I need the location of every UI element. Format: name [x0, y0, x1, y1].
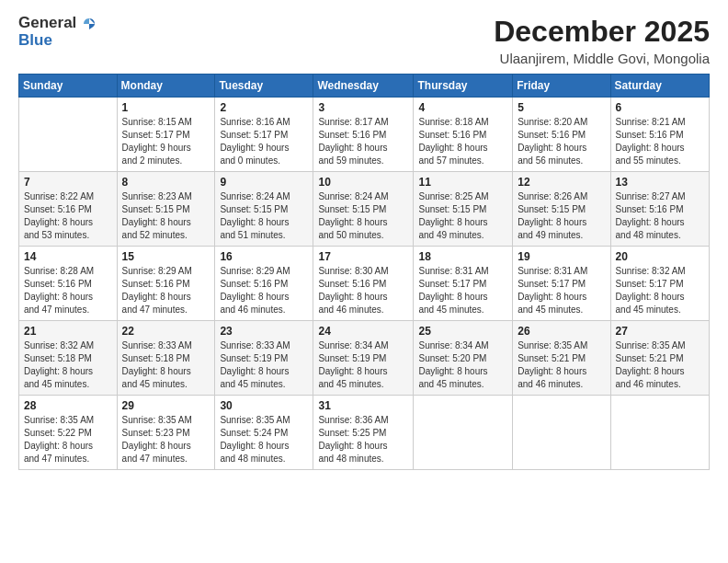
day-detail: Sunrise: 8:25 AM Sunset: 5:15 PM Dayligh…: [418, 190, 507, 242]
day-detail: Sunrise: 8:28 AM Sunset: 5:16 PM Dayligh…: [24, 265, 112, 316]
weekday-header-saturday: Saturday: [610, 75, 709, 98]
calendar-cell: 27Sunrise: 8:35 AM Sunset: 5:21 PM Dayli…: [610, 321, 709, 396]
calendar-cell: 30Sunrise: 8:35 AM Sunset: 5:24 PM Dayli…: [215, 396, 313, 470]
calendar-cell: [610, 396, 709, 470]
day-detail: Sunrise: 8:35 AM Sunset: 5:23 PM Dayligh…: [122, 414, 210, 465]
calendar-cell: 23Sunrise: 8:33 AM Sunset: 5:19 PM Dayli…: [215, 321, 313, 396]
weekday-header-tuesday: Tuesday: [215, 75, 313, 98]
day-number: 23: [220, 325, 308, 338]
calendar-cell: 18Sunrise: 8:31 AM Sunset: 5:17 PM Dayli…: [414, 247, 513, 321]
day-detail: Sunrise: 8:20 AM Sunset: 5:16 PM Dayligh…: [518, 116, 605, 167]
day-number: 20: [616, 250, 704, 263]
logo: General Blue: [18, 15, 97, 49]
weekday-header-sunday: Sunday: [19, 75, 118, 98]
calendar-cell: 31Sunrise: 8:36 AM Sunset: 5:25 PM Dayli…: [313, 396, 414, 470]
day-number: 25: [418, 325, 507, 338]
calendar-cell: 15Sunrise: 8:29 AM Sunset: 5:16 PM Dayli…: [117, 247, 215, 321]
day-number: 16: [220, 250, 308, 263]
calendar-cell: 6Sunrise: 8:21 AM Sunset: 5:16 PM Daylig…: [610, 98, 709, 172]
day-number: 12: [518, 176, 605, 189]
day-number: 29: [122, 399, 210, 412]
main-title: December 2025: [494, 15, 710, 49]
day-detail: Sunrise: 8:32 AM Sunset: 5:18 PM Dayligh…: [24, 339, 112, 391]
day-detail: Sunrise: 8:33 AM Sunset: 5:19 PM Dayligh…: [220, 339, 308, 391]
day-number: 9: [220, 176, 308, 189]
day-number: 7: [24, 176, 112, 189]
calendar-cell: 14Sunrise: 8:28 AM Sunset: 5:16 PM Dayli…: [19, 247, 118, 321]
calendar-cell: 2Sunrise: 8:16 AM Sunset: 5:17 PM Daylig…: [215, 98, 313, 172]
day-number: 18: [418, 250, 507, 263]
day-detail: Sunrise: 8:15 AM Sunset: 5:17 PM Dayligh…: [122, 116, 210, 167]
day-number: 17: [318, 250, 408, 263]
calendar-cell: 3Sunrise: 8:17 AM Sunset: 5:16 PM Daylig…: [313, 98, 414, 172]
day-number: 28: [24, 399, 112, 412]
logo-icon: [82, 17, 97, 31]
day-detail: Sunrise: 8:34 AM Sunset: 5:19 PM Dayligh…: [318, 339, 408, 391]
calendar-cell: 16Sunrise: 8:29 AM Sunset: 5:16 PM Dayli…: [215, 247, 313, 321]
calendar-week-4: 21Sunrise: 8:32 AM Sunset: 5:18 PM Dayli…: [19, 321, 710, 396]
subtitle: Ulaanjirem, Middle Govi, Mongolia: [494, 51, 710, 66]
calendar-cell: 20Sunrise: 8:32 AM Sunset: 5:17 PM Dayli…: [610, 247, 709, 321]
calendar-cell: 29Sunrise: 8:35 AM Sunset: 5:23 PM Dayli…: [117, 396, 215, 470]
day-number: 15: [122, 250, 210, 263]
weekday-header-thursday: Thursday: [414, 75, 513, 98]
day-detail: Sunrise: 8:29 AM Sunset: 5:16 PM Dayligh…: [122, 265, 210, 316]
day-detail: Sunrise: 8:36 AM Sunset: 5:25 PM Dayligh…: [318, 414, 408, 465]
calendar-cell: [414, 396, 513, 470]
calendar-body: 1Sunrise: 8:15 AM Sunset: 5:17 PM Daylig…: [19, 98, 710, 470]
day-number: 24: [318, 325, 408, 338]
day-number: 2: [220, 101, 308, 114]
day-number: 27: [616, 325, 704, 338]
day-number: 4: [418, 101, 507, 114]
day-number: 13: [616, 176, 704, 189]
calendar-cell: 4Sunrise: 8:18 AM Sunset: 5:16 PM Daylig…: [414, 98, 513, 172]
day-detail: Sunrise: 8:31 AM Sunset: 5:17 PM Dayligh…: [418, 265, 507, 316]
weekday-header-friday: Friday: [513, 75, 610, 98]
day-detail: Sunrise: 8:18 AM Sunset: 5:16 PM Dayligh…: [418, 116, 507, 167]
calendar-week-1: 1Sunrise: 8:15 AM Sunset: 5:17 PM Daylig…: [19, 98, 710, 172]
calendar-cell: 21Sunrise: 8:32 AM Sunset: 5:18 PM Dayli…: [19, 321, 118, 396]
day-number: 26: [518, 325, 605, 338]
weekday-row: SundayMondayTuesdayWednesdayThursdayFrid…: [19, 75, 710, 98]
day-number: 3: [318, 101, 408, 114]
calendar-cell: [19, 98, 118, 172]
calendar-cell: [513, 396, 610, 470]
day-detail: Sunrise: 8:21 AM Sunset: 5:16 PM Dayligh…: [616, 116, 704, 167]
day-detail: Sunrise: 8:29 AM Sunset: 5:16 PM Dayligh…: [220, 265, 308, 316]
calendar-cell: 1Sunrise: 8:15 AM Sunset: 5:17 PM Daylig…: [117, 98, 215, 172]
day-number: 11: [418, 176, 507, 189]
calendar-cell: 12Sunrise: 8:26 AM Sunset: 5:15 PM Dayli…: [513, 172, 610, 247]
calendar-cell: 25Sunrise: 8:34 AM Sunset: 5:20 PM Dayli…: [414, 321, 513, 396]
day-detail: Sunrise: 8:32 AM Sunset: 5:17 PM Dayligh…: [616, 265, 704, 316]
calendar-table: SundayMondayTuesdayWednesdayThursdayFrid…: [18, 74, 710, 470]
calendar-week-3: 14Sunrise: 8:28 AM Sunset: 5:16 PM Dayli…: [19, 247, 710, 321]
calendar-cell: 7Sunrise: 8:22 AM Sunset: 5:16 PM Daylig…: [19, 172, 118, 247]
day-number: 14: [24, 250, 112, 263]
day-detail: Sunrise: 8:35 AM Sunset: 5:21 PM Dayligh…: [518, 339, 605, 391]
day-number: 31: [318, 399, 408, 412]
weekday-header-wednesday: Wednesday: [313, 75, 414, 98]
weekday-header-monday: Monday: [117, 75, 215, 98]
day-detail: Sunrise: 8:35 AM Sunset: 5:21 PM Dayligh…: [616, 339, 704, 391]
calendar-cell: 11Sunrise: 8:25 AM Sunset: 5:15 PM Dayli…: [414, 172, 513, 247]
header: General Blue December 2025 Ulaanjirem, M…: [18, 15, 710, 66]
day-detail: Sunrise: 8:35 AM Sunset: 5:22 PM Dayligh…: [24, 414, 112, 465]
day-detail: Sunrise: 8:34 AM Sunset: 5:20 PM Dayligh…: [418, 339, 507, 391]
page: General Blue December 2025 Ulaanjirem, M…: [0, 0, 728, 563]
day-number: 1: [122, 101, 210, 114]
day-detail: Sunrise: 8:16 AM Sunset: 5:17 PM Dayligh…: [220, 116, 308, 167]
day-detail: Sunrise: 8:35 AM Sunset: 5:24 PM Dayligh…: [220, 414, 308, 465]
calendar-cell: 26Sunrise: 8:35 AM Sunset: 5:21 PM Dayli…: [513, 321, 610, 396]
day-number: 10: [318, 176, 408, 189]
day-detail: Sunrise: 8:24 AM Sunset: 5:15 PM Dayligh…: [318, 190, 408, 242]
day-number: 30: [220, 399, 308, 412]
calendar-week-2: 7Sunrise: 8:22 AM Sunset: 5:16 PM Daylig…: [19, 172, 710, 247]
day-number: 5: [518, 101, 605, 114]
day-detail: Sunrise: 8:22 AM Sunset: 5:16 PM Dayligh…: [24, 190, 112, 242]
day-number: 21: [24, 325, 112, 338]
logo-blue: Blue: [18, 32, 97, 50]
calendar-cell: 19Sunrise: 8:31 AM Sunset: 5:17 PM Dayli…: [513, 247, 610, 321]
day-number: 8: [122, 176, 210, 189]
day-detail: Sunrise: 8:23 AM Sunset: 5:15 PM Dayligh…: [122, 190, 210, 242]
day-detail: Sunrise: 8:31 AM Sunset: 5:17 PM Dayligh…: [518, 265, 605, 316]
